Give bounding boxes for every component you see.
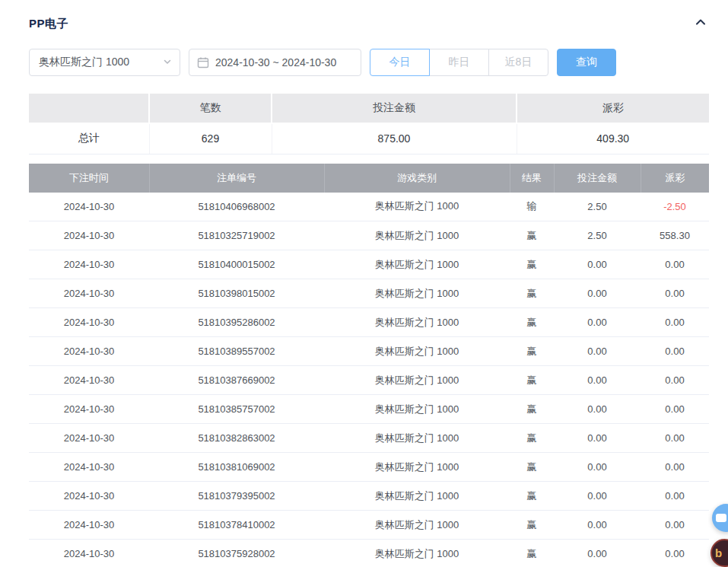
table-row: 2024-10-3051810389557002奥林匹斯之门 1000赢0.00… [29, 337, 709, 366]
table-row: 2024-10-3051810400015002奥林匹斯之门 1000赢0.00… [29, 250, 709, 279]
summary-total-label: 总计 [29, 123, 149, 154]
payout-cell: 0.00 [641, 366, 709, 395]
result-cell: 赢 [510, 366, 554, 395]
order-id-cell: 51810389557002 [149, 337, 324, 366]
panel-header: PP电子 [29, 15, 709, 32]
payout-cell: 558.30 [641, 221, 709, 250]
payout-cell: 0.00 [641, 482, 709, 511]
game-type-cell: 奥林匹斯之门 1000 [324, 395, 510, 424]
brand-logo: b [715, 546, 722, 559]
bet-amount-cell: 0.00 [554, 482, 641, 511]
game-type-cell: 奥林匹斯之门 1000 [324, 279, 510, 308]
result-cell: 赢 [510, 279, 554, 308]
chevron-up-icon [695, 16, 707, 31]
result-cell: 赢 [510, 395, 554, 424]
bet-amount-cell: 2.50 [554, 193, 641, 221]
floating-chat-button[interactable] [712, 504, 728, 532]
bet-time-cell: 2024-10-30 [29, 279, 149, 308]
game-type-cell: 奥林匹斯之门 1000 [324, 366, 510, 395]
summary-header-blank [29, 94, 149, 123]
payout-cell: 0.00 [641, 424, 709, 453]
bet-time-cell: 2024-10-30 [29, 453, 149, 482]
order-id-cell: 51810378410002 [149, 511, 324, 540]
payout-cell: 0.00 [641, 308, 709, 337]
order-id-cell: 51810379395002 [149, 482, 324, 511]
bet-time-cell: 2024-10-30 [29, 482, 149, 511]
chevron-down-icon [163, 56, 172, 68]
filter-toolbar: 奥林匹斯之门 1000 2024-10-30 ~ 2024-10-30 今日 昨… [29, 49, 709, 76]
table-row: 2024-10-3051810379395002奥林匹斯之门 1000赢0.00… [29, 482, 709, 511]
game-select[interactable]: 奥林匹斯之门 1000 [29, 49, 180, 76]
summary-header-bet: 投注金额 [272, 94, 517, 123]
table-row: 2024-10-3051810406968002奥林匹斯之门 1000输2.50… [29, 193, 709, 221]
order-id-cell: 51810400015002 [149, 250, 324, 279]
bet-amount-cell: 0.00 [554, 366, 641, 395]
game-type-cell: 奥林匹斯之门 1000 [324, 193, 510, 221]
payout-cell: 0.00 [641, 511, 709, 540]
payout-cell: -2.50 [641, 193, 709, 221]
bet-time-cell: 2024-10-30 [29, 308, 149, 337]
summary-count-value: 629 [149, 123, 272, 154]
collapse-panel-button[interactable] [692, 15, 709, 32]
table-row: 2024-10-3051810385757002奥林匹斯之门 1000赢0.00… [29, 395, 709, 424]
bet-amount-cell: 0.00 [554, 279, 641, 308]
table-row: 2024-10-3051810375928002奥林匹斯之门 1000赢0.00… [29, 540, 709, 567]
header-result: 结果 [510, 164, 554, 193]
header-bet-amount: 投注金额 [554, 164, 641, 193]
table-row: 2024-10-3051810395286002奥林匹斯之门 1000赢0.00… [29, 308, 709, 337]
yesterday-button[interactable]: 昨日 [429, 49, 489, 76]
bet-time-cell: 2024-10-30 [29, 511, 149, 540]
date-range-value: 2024-10-30 ~ 2024-10-30 [215, 56, 336, 68]
bet-time-cell: 2024-10-30 [29, 366, 149, 395]
chat-icon [716, 514, 726, 522]
floating-brand-button[interactable]: b [711, 539, 728, 567]
bet-amount-cell: 0.00 [554, 308, 641, 337]
bet-amount-cell: 0.00 [554, 540, 641, 567]
order-id-cell: 51810385757002 [149, 395, 324, 424]
bet-amount-cell: 0.00 [554, 337, 641, 366]
result-cell: 赢 [510, 337, 554, 366]
summary-bet-value: 875.00 [272, 123, 517, 154]
order-id-cell: 51810375928002 [149, 540, 324, 567]
summary-header-count: 笔数 [149, 94, 272, 123]
bet-amount-cell: 0.00 [554, 511, 641, 540]
bet-time-cell: 2024-10-30 [29, 337, 149, 366]
pp-report-panel: PP电子 奥林匹斯之门 1000 2024-10-30 ~ [0, 0, 728, 567]
bet-time-cell: 2024-10-30 [29, 250, 149, 279]
bet-amount-cell: 2.50 [554, 221, 641, 250]
order-id-cell: 51810387669002 [149, 366, 324, 395]
game-type-cell: 奥林匹斯之门 1000 [324, 221, 510, 250]
payout-cell: 0.00 [641, 337, 709, 366]
header-payout: 派彩 [641, 164, 709, 193]
bet-time-cell: 2024-10-30 [29, 424, 149, 453]
game-type-cell: 奥林匹斯之门 1000 [324, 511, 510, 540]
result-cell: 赢 [510, 308, 554, 337]
table-row: 2024-10-3051810378410002奥林匹斯之门 1000赢0.00… [29, 511, 709, 540]
date-range-picker[interactable]: 2024-10-30 ~ 2024-10-30 [189, 49, 361, 76]
order-id-cell: 51810325719002 [149, 221, 324, 250]
summary-total-row: 总计 629 875.00 409.30 [29, 123, 709, 154]
query-button[interactable]: 查询 [557, 49, 616, 76]
table-row: 2024-10-3051810325719002奥林匹斯之门 1000赢2.50… [29, 221, 709, 250]
game-type-cell: 奥林匹斯之门 1000 [324, 482, 510, 511]
last-8-days-button[interactable]: 近8日 [488, 49, 548, 76]
payout-cell: 0.00 [641, 250, 709, 279]
order-id-cell: 51810398015002 [149, 279, 324, 308]
today-button[interactable]: 今日 [370, 49, 430, 76]
page-title: PP电子 [29, 17, 68, 31]
summary-table: 笔数 投注金额 派彩 总计 629 875.00 409.30 [29, 94, 709, 154]
result-cell: 赢 [510, 511, 554, 540]
result-cell: 赢 [510, 221, 554, 250]
bet-amount-cell: 0.00 [554, 395, 641, 424]
result-cell: 赢 [510, 482, 554, 511]
result-cell: 赢 [510, 540, 554, 567]
game-type-cell: 奥林匹斯之门 1000 [324, 540, 510, 567]
bets-table-header-row: 下注时间 注单编号 游戏类别 结果 投注金额 派彩 [29, 164, 709, 193]
game-select-value: 奥林匹斯之门 1000 [39, 56, 129, 69]
game-type-cell: 奥林匹斯之门 1000 [324, 453, 510, 482]
table-row: 2024-10-3051810382863002奥林匹斯之门 1000赢0.00… [29, 424, 709, 453]
bet-amount-cell: 0.00 [554, 424, 641, 453]
order-id-cell: 51810382863002 [149, 424, 324, 453]
quick-range-button-group: 今日 昨日 近8日 [370, 49, 548, 76]
result-cell: 赢 [510, 424, 554, 453]
